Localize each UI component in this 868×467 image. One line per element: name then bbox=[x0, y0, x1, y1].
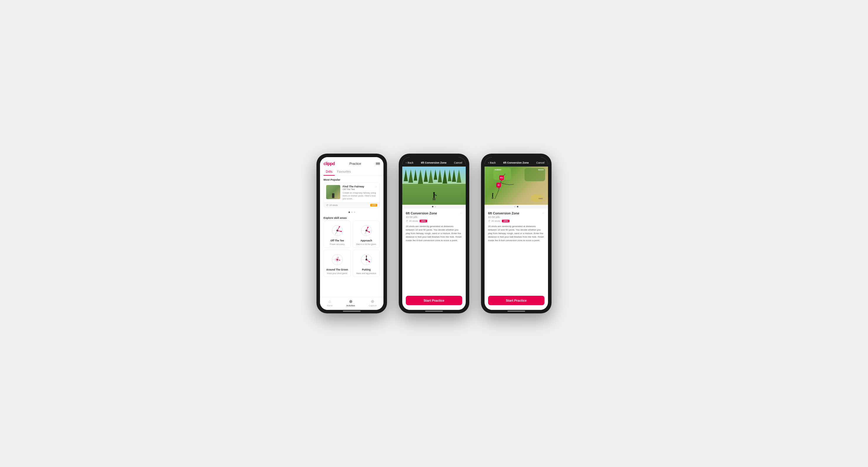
detail-header-2: ‹ Back 6ft Conversion Zone Cancel bbox=[402, 157, 466, 167]
favourite-star-icon[interactable]: ☆ bbox=[375, 185, 377, 188]
phone-notch-2 bbox=[424, 154, 444, 157]
skill-areas-grid: Off The Tee Power accuracy bbox=[320, 221, 383, 279]
skill-card-arg[interactable]: Around The Green Hone your short game bbox=[323, 249, 351, 277]
nav-capture-label: Capture bbox=[369, 304, 377, 307]
explore-label: Explore skill areas bbox=[320, 214, 383, 221]
ott-desc: Power accuracy bbox=[330, 243, 345, 245]
dot-3 bbox=[354, 211, 355, 213]
dot-1 bbox=[348, 211, 350, 213]
drill-range-2: 10-50 yds bbox=[406, 215, 462, 219]
home-icon: ⌂ bbox=[329, 299, 331, 304]
phone-home-bar-3 bbox=[507, 311, 525, 312]
app-header-title: Practice bbox=[349, 162, 361, 165]
drill-title-2: 6ft Conversion Zone bbox=[406, 211, 437, 215]
skill-card-approach[interactable]: Approach Dial-in to hit the green bbox=[352, 221, 380, 248]
favourite-star-3[interactable]: ☆ bbox=[542, 211, 545, 215]
phone-home-bar bbox=[343, 311, 361, 312]
phone-notch bbox=[341, 154, 362, 157]
nav-activities[interactable]: ⊕ Activities bbox=[346, 299, 355, 307]
putting-icon bbox=[359, 252, 374, 267]
drill-range-3: 10-50 yds bbox=[488, 215, 545, 219]
tab-favourites[interactable]: Favourites bbox=[335, 168, 353, 176]
app-header: clippd Practice bbox=[320, 157, 383, 168]
svg-point-7 bbox=[339, 226, 340, 227]
capture-icon: ⊕ bbox=[371, 299, 374, 304]
golfer-figure bbox=[433, 192, 435, 200]
phone-inner-scroll: Most Popular Find The Fairway Off The Te… bbox=[320, 176, 383, 297]
drill-shots: ⏱ 10 shots bbox=[326, 204, 338, 206]
activities-icon: ⊕ bbox=[349, 299, 352, 304]
drill-image-2 bbox=[402, 167, 466, 205]
drill-description-3: 20 shots are randomly generated at dista… bbox=[488, 225, 545, 242]
skill-card-ott[interactable]: Off The Tee Power accuracy bbox=[323, 221, 351, 248]
favourite-star-2[interactable]: ☆ bbox=[460, 211, 462, 215]
app-logo: clippd bbox=[323, 161, 335, 166]
hamburger-icon[interactable] bbox=[376, 162, 380, 165]
detail-content-2: 6ft Conversion Zone ☆ 10-50 yds ⏱ 20 sho… bbox=[402, 208, 466, 293]
drill-map-3: ROUGH FAIRWAY SAND Miss Hit bbox=[485, 167, 548, 205]
hit-pin: Hit bbox=[496, 183, 501, 188]
nav-capture[interactable]: ⊕ Capture bbox=[369, 299, 377, 307]
svg-point-35 bbox=[369, 261, 370, 262]
carousel-dots bbox=[320, 210, 383, 214]
drill-footer: ⏱ 10 shots OTT bbox=[324, 202, 380, 208]
cancel-button-2[interactable]: Cancel bbox=[454, 161, 462, 164]
drill-card-inner: Find The Fairway Off The Tee ☆ Create an… bbox=[324, 183, 380, 202]
phone-3: ‹ Back 6ft Conversion Zone Cancel ROUGH … bbox=[481, 154, 552, 313]
arg-name: Around The Green bbox=[326, 268, 348, 271]
tab-drills[interactable]: Drills bbox=[323, 168, 335, 176]
approach-name: Approach bbox=[361, 239, 372, 242]
svg-point-26 bbox=[339, 260, 340, 261]
phone-1: clippd Practice Drills Favourites Most P… bbox=[316, 154, 387, 313]
start-practice-button-2[interactable]: Start Practice bbox=[406, 296, 462, 305]
drill-title-3: 6ft Conversion Zone bbox=[488, 211, 519, 215]
drill-description-2: 20 shots are randomly generated at dista… bbox=[406, 225, 462, 242]
start-practice-button-3[interactable]: Start Practice bbox=[488, 296, 545, 305]
arg-desc: Hone your short game bbox=[327, 272, 347, 274]
cancel-button-3[interactable]: Cancel bbox=[536, 161, 545, 164]
svg-point-17 bbox=[369, 231, 370, 233]
back-chevron-icon: ‹ bbox=[406, 161, 407, 164]
phone-screen-3: ‹ Back 6ft Conversion Zone Cancel ROUGH … bbox=[485, 157, 548, 310]
nav-home-label: Home bbox=[327, 304, 333, 307]
back-button-2[interactable]: ‹ Back bbox=[406, 161, 413, 164]
image-dot-3a bbox=[514, 206, 516, 207]
miss-pin: Miss bbox=[499, 175, 504, 180]
back-chevron-icon-3: ‹ bbox=[488, 161, 489, 164]
phone-screen-2: ‹ Back 6ft Conversion Zone Cancel bbox=[402, 157, 466, 310]
detail-content-3: 6ft Conversion Zone ☆ 10-50 yds ⏱ 20 sho… bbox=[485, 208, 548, 293]
svg-point-16 bbox=[367, 227, 369, 228]
phone-2: ‹ Back 6ft Conversion Zone Cancel bbox=[399, 154, 469, 313]
image-dot-1 bbox=[432, 206, 433, 207]
putting-name: Putting bbox=[362, 268, 371, 271]
arg-icon bbox=[330, 252, 345, 267]
back-button-3[interactable]: ‹ Back bbox=[488, 161, 496, 164]
putting-desc: Make and lag practice bbox=[356, 272, 376, 274]
svg-line-4 bbox=[337, 227, 339, 231]
approach-desc: Dial-in to hit the green bbox=[356, 243, 376, 245]
image-dots-2 bbox=[402, 205, 466, 208]
ott-tag: OTT bbox=[370, 204, 377, 206]
drill-subtitle: Off The Tee bbox=[343, 188, 364, 191]
svg-line-6 bbox=[335, 231, 337, 234]
dot-2 bbox=[351, 211, 352, 213]
phone-home-bar-2 bbox=[425, 311, 443, 312]
nav-home[interactable]: ⌂ Home bbox=[327, 299, 333, 307]
drill-title: Find The Fairway bbox=[343, 185, 364, 188]
phone-screen-1: clippd Practice Drills Favourites Most P… bbox=[320, 157, 383, 310]
most-popular-label: Most Popular bbox=[320, 176, 383, 182]
drill-description: Create an imaginary fairway using trees … bbox=[343, 192, 377, 200]
arg-tag-2: ARG bbox=[420, 220, 427, 222]
drill-info: Find The Fairway Off The Tee ☆ Create an… bbox=[343, 185, 377, 200]
skill-card-putting[interactable]: Putting Make and lag practice bbox=[352, 249, 380, 277]
approach-icon bbox=[359, 223, 374, 238]
detail-header-3: ‹ Back 6ft Conversion Zone Cancel bbox=[485, 157, 548, 167]
detail-header-title-3: 6ft Conversion Zone bbox=[503, 161, 529, 164]
image-dot-2 bbox=[435, 206, 436, 207]
path-svg bbox=[485, 167, 548, 205]
svg-point-8 bbox=[341, 231, 342, 232]
bottom-nav: ⌂ Home ⊕ Activities ⊕ Capture bbox=[320, 297, 383, 310]
featured-drill-card[interactable]: Find The Fairway Off The Tee ☆ Create an… bbox=[323, 182, 380, 208]
image-dots-3 bbox=[485, 205, 548, 208]
ott-icon bbox=[330, 223, 345, 238]
